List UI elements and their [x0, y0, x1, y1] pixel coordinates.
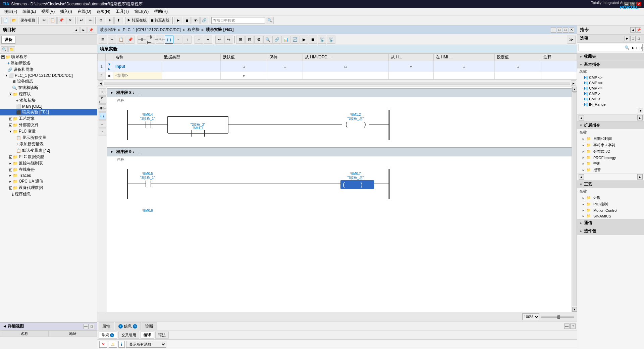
tree-item-prog-info[interactable]: ℹ 程序信息: [0, 191, 97, 197]
compile-tab-normal[interactable]: 常规 ①: [99, 332, 117, 339]
menu-edit[interactable]: 编辑(E): [20, 8, 39, 15]
et-close-branch[interactable]: ¬: [204, 36, 212, 44]
tree-item-add-device[interactable]: + 添加新设备: [0, 60, 97, 66]
tree-item-opc-ua[interactable]: ► 📁 OPC UA 通信: [0, 178, 97, 185]
tree-item-tech-objects[interactable]: ► 📁 工艺对象: [0, 115, 97, 122]
et-contact-pos[interactable]: ⊣P⊢: [156, 36, 164, 44]
et-undo[interactable]: ↩: [215, 36, 224, 44]
tree-item-device-config[interactable]: 🖥 设备组态: [0, 78, 97, 85]
instr-cmp-gt[interactable]: H| CMP >: [577, 91, 644, 96]
expand-project[interactable]: ▼: [1, 55, 5, 59]
tree-item-traces[interactable]: ► 📁 Traces: [0, 173, 97, 178]
et-contact-nc[interactable]: ⊣/⊢: [147, 36, 155, 44]
left-tb-coil[interactable]: ( ): [99, 112, 106, 120]
row1-name[interactable]: Input: [113, 61, 162, 72]
left-tb-contact-nc[interactable]: ⊣/⊢: [99, 96, 106, 104]
tree-tb2[interactable]: 📁: [8, 46, 15, 52]
compile-tab-compile[interactable]: 编译: [141, 332, 154, 339]
editor-restore-btn[interactable]: □: [557, 27, 562, 33]
compile-tab-syntax[interactable]: 语法: [155, 332, 169, 339]
et-coil[interactable]: ( ): [165, 36, 173, 44]
et-right-expand[interactable]: ≫: [567, 36, 576, 44]
tb-start-sim[interactable]: ▶: [174, 17, 182, 24]
tb-go-offline[interactable]: ◼ 转至离线: [149, 17, 171, 24]
menu-online[interactable]: 在线(O): [75, 8, 94, 15]
folder-alarm[interactable]: ► 📁 报警: [577, 167, 644, 173]
instr-panel-pin[interactable]: 📌: [636, 27, 641, 33]
ladder-scroll-down[interactable]: ▼: [572, 307, 577, 312]
et-paste[interactable]: 📌: [126, 36, 135, 44]
et-copy[interactable]: 📋: [117, 36, 125, 44]
tb-ref[interactable]: 🔗: [200, 17, 208, 24]
et-more6[interactable]: ▶: [300, 36, 308, 44]
detail-min-btn[interactable]: —: [83, 324, 89, 329]
options-btn3[interactable]: □: [636, 36, 641, 41]
tb-open[interactable]: 📂: [10, 17, 18, 24]
expand-plc-vars[interactable]: ▼: [9, 130, 12, 133]
section-comm-header[interactable]: ► 通信: [577, 219, 644, 227]
bottom-tab-info[interactable]: i 信息 ①: [115, 322, 141, 330]
et-open-branch[interactable]: ⌐: [195, 36, 203, 44]
left-tb-contact-no[interactable]: ⊣⊢: [99, 88, 106, 96]
tb-cut[interactable]: ✂: [40, 17, 48, 24]
bottom-tab-diagnostics[interactable]: 诊断: [142, 322, 157, 330]
et-collapse-all[interactable]: ⊟: [245, 36, 254, 44]
folder-motion-control[interactable]: ► 📁 Motion Control: [577, 207, 644, 213]
tree-tb1[interactable]: 🔍: [1, 46, 8, 52]
search-arrow[interactable]: ►: [631, 46, 636, 50]
tb-new[interactable]: 📄: [1, 17, 9, 24]
interface-scroll-right[interactable]: ►: [571, 81, 576, 86]
zoom-select[interactable]: 100% 75% 125% 150% 200%: [522, 313, 539, 320]
tb-monitor[interactable]: 👁: [192, 17, 200, 24]
menu-insert[interactable]: 插入(I): [57, 8, 74, 15]
tb-download[interactable]: ⬇: [106, 17, 114, 24]
msg-filter-select[interactable]: 显示所有消息 仅显示错误 仅显示警告: [126, 341, 166, 348]
et-more1[interactable]: ⚙: [254, 36, 263, 44]
menu-options[interactable]: 选项(N): [94, 8, 113, 15]
expand-plc-dt[interactable]: ►: [9, 155, 12, 159]
instructions-search-input[interactable]: [579, 44, 623, 51]
folder-profi-energy[interactable]: ► 📁 PROFIenergy: [577, 155, 644, 160]
instr-panel-expand[interactable]: ◄: [630, 27, 636, 33]
folder-distributed-io[interactable]: ► 📁 分布式 I/O: [577, 148, 644, 155]
detail-max-btn[interactable]: □: [89, 324, 94, 329]
tree-collapse-btn[interactable]: ◄: [73, 27, 79, 33]
right-panel-options-tab[interactable]: 选项 ► □ □: [577, 35, 644, 43]
expand-ext[interactable]: ►: [9, 123, 12, 127]
left-tb-right-arrow[interactable]: →: [99, 120, 106, 128]
search-btn2[interactable]: □: [639, 46, 642, 50]
tree-item-add-var-table[interactable]: + 添加新变量表: [0, 141, 97, 147]
row2-name[interactable]: <新增>: [113, 72, 162, 80]
et-more2[interactable]: 🔍: [263, 36, 272, 44]
expand-prog-blocks[interactable]: ▼: [9, 93, 12, 96]
network-8-header[interactable]: ▼ 程序段 8： ...: [107, 88, 572, 97]
section-options-pkg-header[interactable]: ► 选件包: [577, 227, 644, 235]
ext-scroll-left[interactable]: ◄: [579, 174, 584, 180]
instr-in-range[interactable]: H| IN_Range: [577, 102, 644, 107]
tb-search-btn[interactable]: 🔍: [266, 17, 274, 24]
zoom-slider[interactable]: [541, 316, 574, 318]
tree-item-device-proxy[interactable]: ► 📁 设备代理数据: [0, 185, 97, 191]
editor-close-btn[interactable]: ✕: [569, 27, 574, 33]
folder-interrupt[interactable]: ► 📁 中断: [577, 160, 644, 167]
tb-compile[interactable]: ⚙: [97, 17, 105, 24]
expand-monitor[interactable]: ►: [9, 162, 12, 165]
expand-tech[interactable]: ►: [9, 117, 12, 120]
menu-help[interactable]: 帮助(H): [151, 8, 170, 15]
bottom-panel-max[interactable]: □: [570, 323, 576, 329]
instr-cmp-lte[interactable]: H| CMP <=: [577, 86, 644, 91]
tb-save-project[interactable]: 保存项目: [19, 17, 37, 24]
et-expand-all[interactable]: ⊞: [236, 36, 245, 44]
folder-string-char[interactable]: ► 📁 字符串＋字符: [577, 142, 644, 148]
expand-traces[interactable]: ►: [9, 174, 12, 177]
instr-cmp-ne[interactable]: H| CMP <>: [577, 75, 644, 80]
tb-paste[interactable]: 📌: [57, 17, 65, 24]
section-tech-header[interactable]: ▼ 工艺: [577, 181, 644, 188]
network-9-header[interactable]: ▼ 程序段 9： ...: [107, 147, 572, 156]
left-tb-up-arrow[interactable]: ↑: [99, 129, 106, 136]
tree-item-main-ob1[interactable]: ⬜ Main [OB1]: [0, 104, 97, 109]
network-8-expand[interactable]: ▼: [110, 91, 113, 95]
et-add-network[interactable]: ⊞: [99, 36, 107, 44]
tb-delete[interactable]: ✕: [66, 17, 74, 24]
tb-go-online[interactable]: ▶ 转至在线: [125, 17, 148, 24]
